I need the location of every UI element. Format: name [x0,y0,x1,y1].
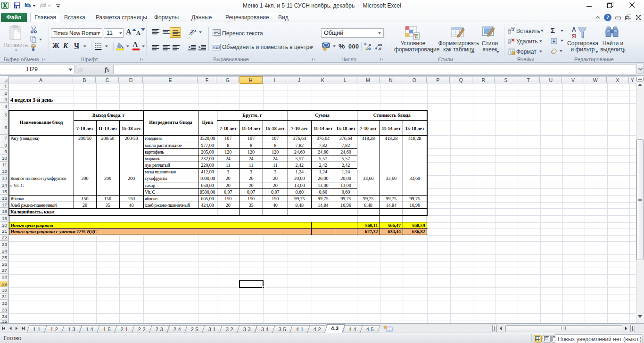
svg-text:?: ? [606,15,609,20]
